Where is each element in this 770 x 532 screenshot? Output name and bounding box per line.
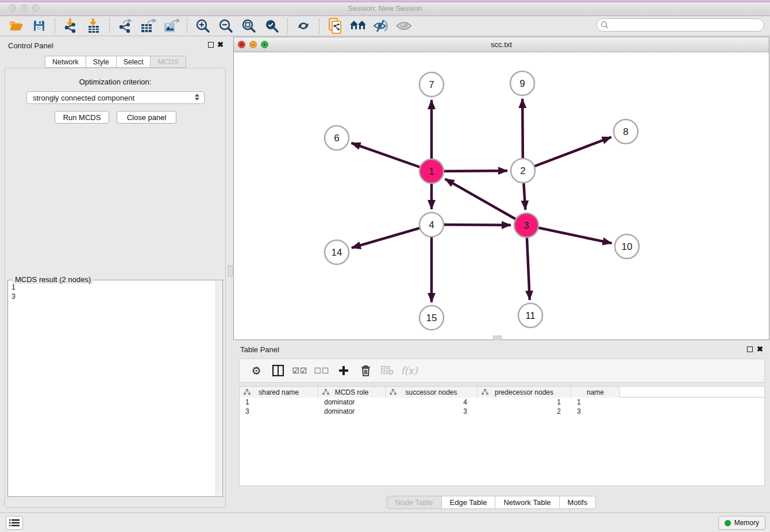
- network-window-titlebar[interactable]: ✕ − + scc.txt: [234, 37, 769, 52]
- search-icon: [600, 21, 609, 29]
- column-header-successor-nodes[interactable]: successor nodes: [386, 387, 478, 398]
- table-cell-mcds-role[interactable]: dominator: [318, 407, 386, 416]
- graph-edge-2-8[interactable]: [523, 137, 611, 171]
- graph-node-15[interactable]: 15: [419, 306, 444, 330]
- column-header-mcds-role[interactable]: MCDS role: [318, 387, 386, 398]
- zoom-in-icon[interactable]: [191, 17, 214, 35]
- show-columns-icon[interactable]: [267, 361, 289, 380]
- mcds-result-list[interactable]: 13: [8, 282, 214, 496]
- float-window-icon[interactable]: [747, 346, 753, 352]
- column-header-name[interactable]: name: [571, 387, 620, 398]
- network-canvas[interactable]: 7968124314101511: [234, 52, 769, 340]
- export-image-icon[interactable]: [160, 17, 183, 35]
- graph-edge-3-1[interactable]: [445, 179, 526, 225]
- table-cell-mcds-role[interactable]: dominator: [318, 398, 386, 407]
- search-input[interactable]: [596, 18, 764, 32]
- window-accent-strip: [0, 0, 770, 2]
- save-session-icon[interactable]: [28, 17, 51, 35]
- table-cell-successor-nodes[interactable]: 4: [386, 398, 478, 407]
- graph-edge-3-10[interactable]: [526, 225, 612, 243]
- hide-graphics-details-icon[interactable]: [369, 17, 392, 35]
- close-panel-button[interactable]: Close panel: [117, 111, 176, 124]
- result-scrollbar[interactable]: [215, 281, 222, 496]
- memory-button[interactable]: Memory: [718, 516, 765, 530]
- run-mcds-button[interactable]: Run MCDS: [55, 111, 109, 124]
- graph-node-4[interactable]: 4: [419, 213, 444, 237]
- graph-node-3[interactable]: 3: [514, 213, 538, 237]
- graph-node-6[interactable]: 6: [325, 126, 349, 150]
- tab-network-table[interactable]: Network Table: [495, 496, 559, 509]
- graph-node-1[interactable]: 1: [419, 159, 444, 183]
- network-view-title: scc.txt: [234, 40, 769, 49]
- import-network-icon[interactable]: [59, 17, 82, 35]
- add-column-icon[interactable]: [333, 361, 355, 380]
- column-header-predecessor-nodes[interactable]: predecessor nodes: [478, 387, 571, 398]
- close-icon[interactable]: ✖: [217, 40, 224, 49]
- svg-text:6: 6: [334, 133, 339, 144]
- tab-style[interactable]: Style: [86, 56, 117, 68]
- first-neighbors-icon[interactable]: [346, 17, 369, 35]
- mcds-result-box: MCDS result (2 nodes) 13: [7, 280, 223, 497]
- graph-node-2[interactable]: 2: [511, 159, 535, 183]
- export-table-icon[interactable]: [137, 17, 160, 35]
- export-network-icon[interactable]: [114, 17, 137, 35]
- graph-node-9[interactable]: 9: [510, 71, 534, 95]
- zoom-out-icon[interactable]: [214, 17, 237, 35]
- tab-mcds[interactable]: MCDS: [150, 56, 186, 68]
- close-icon[interactable]: ✖: [757, 345, 763, 354]
- tab-edge-table[interactable]: Edge Table: [441, 496, 496, 509]
- column-label: name: [587, 388, 604, 396]
- toolbar-separator: [187, 18, 187, 33]
- tab-motifs[interactable]: Motifs: [559, 496, 596, 509]
- table-cell-shared-name[interactable]: 1: [240, 398, 318, 407]
- open-file-icon[interactable]: [5, 17, 28, 35]
- table-cell-successor-nodes[interactable]: 3: [386, 407, 478, 416]
- control-panel: Control Panel ✖ NetworkStyleSelectMCDS O…: [0, 37, 230, 511]
- deselect-all-columns-icon[interactable]: ☐☐: [311, 361, 333, 380]
- hierarchy-icon: [482, 389, 488, 395]
- table-row[interactable]: 3dominator323: [240, 407, 764, 416]
- application-window: Session: New Session: [0, 0, 770, 532]
- new-network-from-selection-icon[interactable]: [324, 17, 346, 35]
- show-graphics-details-icon[interactable]: [392, 17, 415, 35]
- tab-network[interactable]: Network: [45, 56, 86, 68]
- hierarchy-icon: [244, 389, 251, 395]
- import-table-icon[interactable]: [82, 17, 105, 35]
- table-cell-name[interactable]: 3: [571, 407, 620, 416]
- graph-node-7[interactable]: 7: [419, 72, 444, 97]
- graph-node-8[interactable]: 8: [614, 119, 638, 144]
- tab-select[interactable]: Select: [116, 56, 151, 68]
- float-window-icon[interactable]: [208, 42, 214, 48]
- svg-text:3: 3: [523, 220, 529, 231]
- svg-text:14: 14: [332, 247, 342, 258]
- graph-node-14[interactable]: 14: [325, 240, 349, 264]
- column-label: MCDS role: [335, 388, 369, 396]
- zoom-fit-icon[interactable]: [237, 17, 260, 35]
- mcds-panel: Optimization criterion: strongly connect…: [5, 68, 226, 508]
- table-settings-gear-icon[interactable]: ⚙: [245, 361, 267, 380]
- select-all-columns-icon[interactable]: ☑☑: [289, 361, 311, 380]
- status-bar: Memory: [0, 512, 770, 532]
- table-cell-predecessor-nodes[interactable]: 1: [478, 398, 571, 407]
- toolbar-separator: [55, 18, 55, 33]
- tab-node-table[interactable]: Node Table: [387, 496, 442, 509]
- graph-node-11[interactable]: 11: [518, 303, 542, 327]
- toolbar-separator: [319, 18, 319, 33]
- column-header-shared-name[interactable]: shared name: [240, 387, 318, 398]
- table-splitter-grip[interactable]: [493, 336, 502, 340]
- column-label: predecessor nodes: [495, 388, 553, 396]
- table-cell-shared-name[interactable]: 3: [240, 407, 318, 416]
- network-graph[interactable]: 7968124314101511: [234, 52, 769, 340]
- optimization-criterion-select[interactable]: strongly connected component: [26, 91, 205, 104]
- table-row[interactable]: 1dominator411: [240, 398, 764, 407]
- delete-column-trash-icon[interactable]: [355, 361, 376, 380]
- table-toolbar: ⚙ ☑☑ ☐☐ f(x): [239, 358, 765, 383]
- graph-node-10[interactable]: 10: [615, 234, 639, 259]
- hierarchy-icon: [322, 389, 329, 395]
- panel-menu-button[interactable]: [6, 516, 23, 530]
- zoom-selected-icon[interactable]: [260, 17, 283, 35]
- table-cell-predecessor-nodes[interactable]: 2: [478, 407, 571, 416]
- panel-splitter-grip[interactable]: [228, 265, 233, 276]
- apply-layout-icon[interactable]: [292, 17, 315, 35]
- table-cell-name[interactable]: 1: [571, 398, 620, 407]
